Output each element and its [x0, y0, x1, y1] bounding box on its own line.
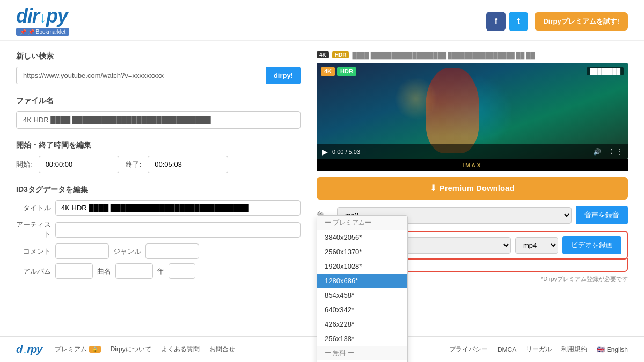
more-options-icon[interactable]: ⋮: [616, 148, 623, 156]
footer-link-faq[interactable]: よくある質問: [161, 345, 200, 354]
video-badge-corner: 4K HDR: [321, 67, 356, 76]
genre-input[interactable]: [145, 243, 199, 259]
artist-input[interactable]: [55, 222, 301, 238]
premium-download-button[interactable]: ⬇ Premium Download: [317, 177, 628, 200]
main-content: 新しい検索 dirpy! ファイル名 開始・終了時間を編集 開始: 終了:: [0, 41, 644, 336]
filename-input[interactable]: [16, 111, 301, 129]
dirpy-search-button[interactable]: dirpy!: [266, 67, 301, 84]
download-section: ー プレミアムー 3840x2056* 2560x1370* 1920x1028…: [317, 177, 628, 283]
footer-links: プレミアム 🔒 Dirpyについて よくある質問 お問合せ: [55, 345, 235, 354]
video-4k-overlay-badge: 4K: [321, 67, 335, 76]
comment-field-label: コメント: [16, 247, 51, 256]
track-input[interactable]: [115, 263, 153, 279]
dropdown-item-1280[interactable]: 1280x686*: [317, 274, 407, 288]
url-input[interactable]: [16, 67, 266, 84]
free-separator: ー 無料 ー: [317, 346, 407, 360]
id3-section: ID3タグデータを編集 タイトル アーティスト コメント ジャンル アルバム: [16, 185, 301, 279]
start-time-input[interactable]: [39, 156, 119, 173]
premium-separator: ー プレミアムー: [317, 216, 407, 230]
filename-section: ファイル名: [16, 96, 301, 129]
time-section: 開始・終了時間を編集 開始: 終了:: [16, 141, 301, 173]
id3-label: ID3タグデータを編集: [16, 185, 301, 195]
search-section: 新しい検索 dirpy!: [16, 51, 301, 84]
video-hdr-overlay-badge: HDR: [337, 67, 356, 76]
dropdown-item-854[interactable]: 854x458*: [317, 288, 407, 302]
filename-label: ファイル名: [16, 96, 301, 106]
track-field-label: 曲名: [97, 267, 111, 276]
volume-icon[interactable]: 🔊: [593, 148, 601, 156]
header: dir↓py 📌 📌 Bookmarklet f t Dirpyプレミアムを試す…: [0, 0, 644, 41]
title-field-label: タイトル: [16, 203, 51, 213]
record-audio-button[interactable]: 音声を録音: [576, 206, 628, 224]
hdr-badge: HDR: [332, 51, 349, 58]
premium-lock-badge: 🔒: [89, 346, 101, 353]
facebook-button[interactable]: f: [486, 12, 506, 31]
header-right: f t Dirpyプレミアムを試す!: [486, 12, 628, 31]
dropdown-item-3840[interactable]: 3840x2056*: [317, 230, 407, 245]
footer-logo: d↓rpy: [16, 343, 42, 356]
year-input[interactable]: [169, 263, 195, 279]
video-title-bar: 4K HDR ████ ██████████████████ █████████…: [317, 51, 628, 58]
search-row: dirpy!: [16, 67, 301, 84]
video-controls: ▶ 0:00 / 5:03 🔊 ⛶ ⋮: [317, 144, 628, 159]
end-label: 終了:: [126, 160, 142, 169]
corner-badge-tr: ████████: [587, 67, 624, 75]
title-input[interactable]: [55, 200, 301, 216]
album-field-label: アルバム: [16, 267, 51, 276]
genre-field-label: ジャンル: [113, 247, 141, 256]
search-label: 新しい検索: [16, 51, 301, 61]
video-time: 0:00 / 5:03: [332, 149, 360, 155]
end-time-input[interactable]: [148, 156, 228, 173]
dropdown-item-426[interactable]: 426x228*: [317, 317, 407, 331]
left-panel: 新しい検索 dirpy! ファイル名 開始・終了時間を編集 開始: 終了:: [16, 51, 317, 326]
record-video-button[interactable]: ビデオを録画: [562, 236, 621, 254]
footer-privacy-link[interactable]: プライバシー: [449, 345, 488, 354]
4k-badge: 4K: [317, 51, 329, 58]
right-panel: 4K HDR ████ ██████████████████ █████████…: [317, 51, 628, 326]
play-button[interactable]: ▶: [322, 147, 328, 156]
footer-lang-select[interactable]: 🇬🇧 English: [597, 346, 628, 353]
social-icons: f t: [486, 12, 528, 31]
dropdown-item-640-premium[interactable]: 640x342*: [317, 302, 407, 317]
imax-text: IMAX: [463, 162, 482, 168]
comment-input[interactable]: [55, 243, 109, 259]
fullscreen-icon[interactable]: ⛶: [605, 148, 612, 156]
dropdown-item-256[interactable]: 256x138*: [317, 331, 407, 346]
video-title: ████ ██████████████████ ████████████████…: [352, 52, 535, 58]
video-thumbnail: 4K HDR ████████ ▶ 0:00 / 5:03 🔊 ⛶ ⋮: [317, 63, 628, 159]
start-label: 開始:: [16, 160, 32, 169]
premium-trial-button[interactable]: Dirpyプレミアムを試す!: [535, 12, 628, 31]
footer-dmca-link[interactable]: DMCA: [497, 346, 516, 353]
footer-legal-link[interactable]: リーガル: [526, 345, 552, 354]
footer-link-contact[interactable]: お問合せ: [209, 345, 235, 354]
time-row: 開始: 終了:: [16, 156, 301, 173]
bookmarklet-badge[interactable]: 📌 📌 Bookmarklet: [16, 28, 69, 36]
dropdown-item-1920[interactable]: 1920x1028*: [317, 259, 407, 274]
footer-link-about[interactable]: Dirpyについて: [111, 345, 151, 354]
video-format-select[interactable]: mp4 webm mkv: [515, 237, 558, 254]
imax-bar: IMAX: [317, 159, 628, 171]
footer-terms-link[interactable]: 利用規約: [561, 345, 587, 354]
artist-field-label: アーティスト: [16, 220, 51, 239]
logo-area: dir↓py 📌 📌 Bookmarklet: [16, 6, 69, 36]
footer-right: プライバシー DMCA リーガル 利用規約 🇬🇧 English: [449, 345, 628, 354]
dropdown-item-2560[interactable]: 2560x1370*: [317, 245, 407, 259]
resolution-dropdown[interactable]: ー プレミアムー 3840x2056* 2560x1370* 1920x1028…: [317, 215, 408, 362]
year-field-label: 年: [157, 267, 164, 276]
logo[interactable]: dir↓py: [16, 6, 68, 26]
album-input[interactable]: [55, 263, 93, 279]
time-label: 開始・終了時間を編集: [16, 141, 301, 150]
footer-link-premium[interactable]: プレミアム 🔒: [55, 345, 100, 354]
twitter-button[interactable]: t: [509, 12, 528, 31]
